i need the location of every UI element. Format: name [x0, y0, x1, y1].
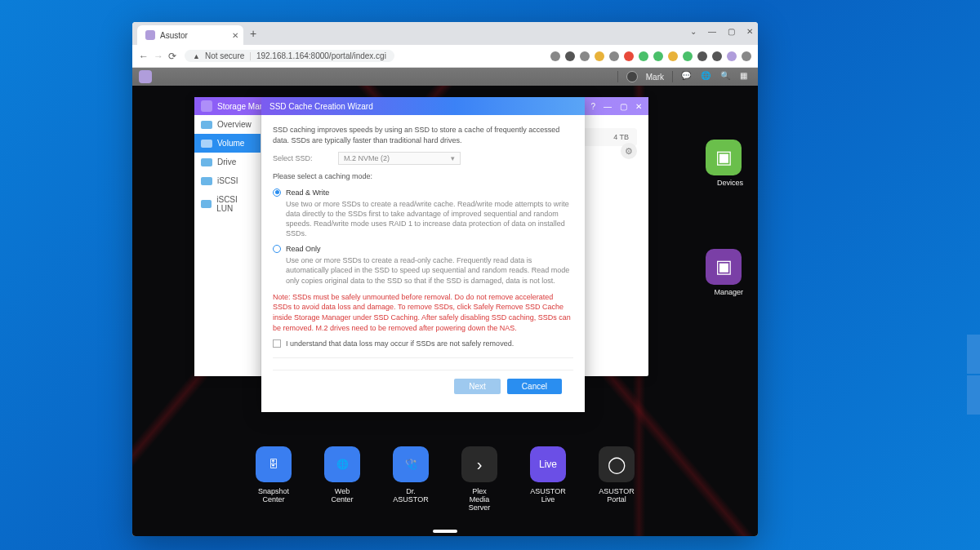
omnibox[interactable]: ▲ Not secure | 192.168.1.164:8000/portal…	[185, 50, 394, 62]
sidebar-item-icon	[201, 177, 212, 185]
gear-icon[interactable]: ⚙	[621, 143, 637, 159]
messages-icon[interactable]: 💬	[681, 71, 693, 82]
app-icon: 🗄	[256, 446, 292, 482]
cancel-button[interactable]: Cancel	[507, 379, 562, 394]
browser-window: Asustor ✕ + ⌄ — ▢ ✕ ← → ⟳ ▲ Not secure |…	[132, 22, 758, 536]
reload-icon[interactable]: ⟳	[168, 51, 176, 62]
sidebar-item-volume[interactable]: Volume	[194, 134, 261, 153]
dock-item-asustor-portal[interactable]: ◯ASUSTOR Portal	[599, 446, 635, 512]
mode-label: Read Only	[286, 245, 321, 253]
app-label: ASUSTOR Portal	[599, 487, 635, 503]
mode-prompt: Please select a caching mode:	[273, 171, 573, 182]
sidebar-item-iscsi[interactable]: iSCSI	[194, 171, 261, 190]
storage-manager-icon	[201, 100, 212, 112]
nas-header: Mark 💬 🌐 🔍 ▦	[132, 68, 758, 86]
maximize-icon[interactable]: ▢	[620, 102, 627, 111]
chevron-down-icon[interactable]: ⌄	[690, 27, 697, 36]
nas-desktop: ▣Devices▣Manager Storage Manage ? — ▢ ✕ …	[132, 86, 758, 536]
mode-description: Use two or more SSDs to create a read/wr…	[286, 199, 573, 239]
favicon	[145, 30, 155, 40]
url-text: 192.168.1.164:8000/portal/index.cgi	[256, 51, 386, 60]
app-label: Web Center	[324, 487, 360, 503]
sidebar-item-icon	[201, 121, 212, 129]
dock-item-plex-media-server[interactable]: ›Plex Media Server	[461, 446, 497, 512]
dock-item-asustor-live[interactable]: LiveASUSTOR Live	[530, 446, 566, 512]
sidebar-item-label: iSCSI	[217, 176, 238, 185]
select-ssd-dropdown[interactable]: M.2 NVMe (2)	[338, 152, 461, 165]
dock-item-dr-asustor[interactable]: 🩺Dr. ASUSTOR	[393, 446, 429, 512]
close-tab-icon[interactable]: ✕	[232, 31, 238, 40]
minimize-icon[interactable]: —	[604, 102, 612, 111]
ssd-cache-wizard: SSD Cache Creation Wizard SSD caching im…	[261, 97, 585, 412]
app-icon: 🩺	[393, 446, 429, 482]
mode-label: Read & Write	[286, 189, 329, 197]
asustor-logo[interactable]	[139, 70, 152, 83]
app-icon: ◯	[599, 446, 635, 482]
app-label: Plex Media Server	[461, 487, 497, 512]
dock-indicator	[433, 530, 457, 533]
app-icon: Live	[530, 446, 566, 482]
security-label: Not secure	[205, 51, 244, 60]
search-icon[interactable]: 🔍	[720, 71, 732, 82]
storage-manager-sidebar: OverviewVolumeDriveiSCSIiSCSI LUN	[194, 115, 261, 376]
username: Mark	[646, 73, 664, 82]
app-label: ASUSTOR Live	[530, 487, 566, 503]
sidebar-item-label: Volume	[217, 139, 244, 148]
app-icon: 🌐	[324, 446, 360, 482]
select-ssd-label: Select SSD:	[273, 154, 330, 162]
mode-description: Use one or more SSDs to create a read-on…	[286, 255, 573, 285]
wizard-warning: Note: SSDs must be safely unmounted befo…	[273, 292, 573, 333]
wizard-titlebar[interactable]: SSD Cache Creation Wizard	[261, 97, 585, 115]
new-tab-button[interactable]: +	[250, 27, 256, 40]
dock-item-web-center[interactable]: 🌐Web Center	[324, 446, 360, 512]
back-icon[interactable]: ←	[139, 51, 149, 62]
desktop-app-icon[interactable]: ▣	[706, 249, 742, 285]
dock-item-snapshot-center[interactable]: 🗄Snapshot Center	[256, 446, 292, 512]
ack-checkbox[interactable]	[273, 339, 281, 348]
help-icon[interactable]: ?	[590, 102, 595, 111]
user-avatar-icon[interactable]	[626, 71, 638, 82]
extension-icons	[550, 51, 751, 61]
app-label: Snapshot Center	[256, 487, 292, 503]
mode-radio-0[interactable]	[273, 189, 281, 197]
forward-icon[interactable]: →	[154, 51, 163, 62]
desktop-app-icon[interactable]: ▣	[706, 140, 742, 175]
sidebar-item-label: Drive	[217, 157, 236, 166]
tab-strip: Asustor ✕ + ⌄ — ▢ ✕	[132, 22, 758, 45]
desktop-app-label: Devices	[717, 179, 743, 187]
mode-radio-1[interactable]	[273, 245, 281, 253]
sidebar-item-icon	[201, 140, 212, 148]
wizard-intro: SSD caching improves speeds by using an …	[273, 125, 573, 145]
close-window-icon[interactable]: ✕	[746, 27, 753, 36]
sidebar-item-icon	[201, 200, 212, 208]
next-button[interactable]: Next	[454, 379, 501, 394]
sidebar-item-overview[interactable]: Overview	[194, 115, 261, 134]
app-icon: ›	[461, 446, 497, 482]
close-icon[interactable]: ✕	[635, 102, 642, 111]
ack-label: I understand that data loss may occur if…	[286, 339, 514, 348]
browser-tab[interactable]: Asustor ✕	[137, 25, 243, 45]
sidebar-item-label: iSCSI LUN	[216, 195, 254, 213]
apps-grid-icon[interactable]: ▦	[740, 71, 751, 82]
sidebar-item-label: Overview	[217, 120, 252, 129]
desktop-app-label: Manager	[714, 288, 743, 296]
wizard-title: SSD Cache Creation Wizard	[270, 102, 373, 111]
sidebar-item-icon	[201, 158, 212, 166]
app-dock: 🗄Snapshot Center🌐Web Center🩺Dr. ASUSTOR›…	[256, 446, 635, 512]
tab-title: Asustor	[160, 31, 188, 40]
maximize-icon[interactable]: ▢	[728, 27, 735, 36]
select-ssd-value: M.2 NVMe (2)	[344, 154, 390, 162]
address-bar: ← → ⟳ ▲ Not secure | 192.168.1.164:8000/…	[132, 45, 758, 68]
volume-size-badge: 4 TB	[613, 133, 629, 141]
sidebar-item-drive[interactable]: Drive	[194, 153, 261, 171]
sidebar-item-iscsi-lun[interactable]: iSCSI LUN	[194, 190, 261, 218]
not-secure-icon: ▲	[193, 52, 200, 60]
globe-icon[interactable]: 🌐	[701, 71, 712, 82]
app-label: Dr. ASUSTOR	[393, 487, 429, 503]
minimize-icon[interactable]: —	[708, 27, 716, 36]
